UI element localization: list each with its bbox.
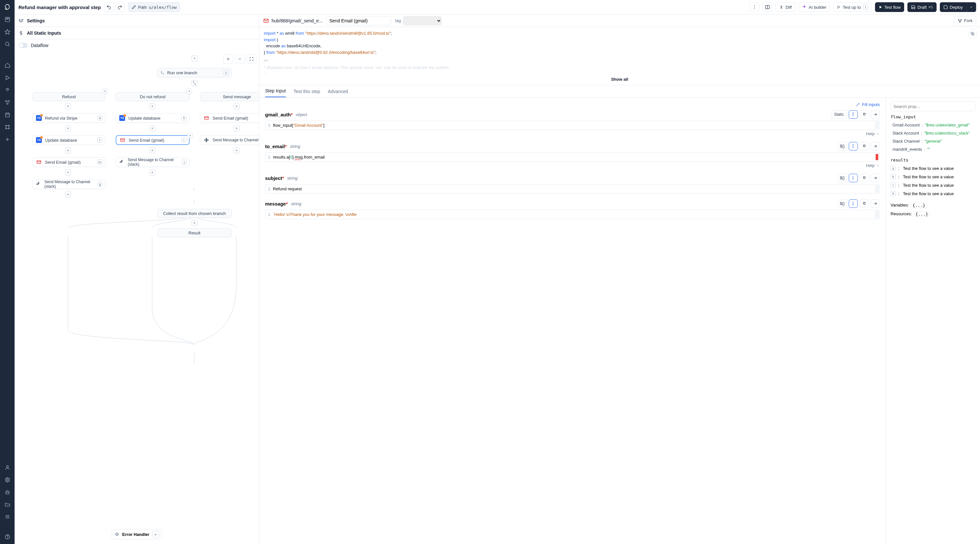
expr-chip[interactable]: [849, 110, 858, 119]
add-step[interactable]: +: [65, 191, 71, 198]
error-handler[interactable]: Error Handler +: [111, 529, 162, 539]
add-step[interactable]: +: [150, 104, 155, 109]
collect-node[interactable]: Collect result from chosen branch: [157, 209, 232, 218]
fork-button[interactable]: Fork: [954, 16, 976, 26]
code-chip[interactable]: ${}: [838, 142, 847, 150]
plug-chip[interactable]: [860, 110, 869, 119]
plug-chip[interactable]: [860, 174, 869, 182]
nav-list-icon[interactable]: [3, 512, 12, 521]
add-step[interactable]: +: [234, 104, 240, 109]
add-step[interactable]: +: [65, 147, 71, 153]
all-static-inputs-row[interactable]: All Static Inputs: [14, 27, 259, 39]
nav-graph-icon[interactable]: [3, 123, 12, 132]
field-editor[interactable]: 1flow_input["Gmail Account"]: [265, 121, 880, 130]
nav-user-icon[interactable]: [3, 463, 12, 472]
nav-home-icon[interactable]: [3, 15, 12, 24]
resources-expand[interactable]: {...}: [914, 211, 930, 217]
logo-icon[interactable]: [3, 3, 12, 12]
branch-refund-close[interactable]: ×: [102, 88, 108, 94]
add-step[interactable]: +: [65, 126, 71, 131]
deploy-button[interactable]: Deploy: [940, 2, 966, 12]
nav-schedule-icon[interactable]: [3, 110, 12, 119]
nav-search-icon[interactable]: [3, 40, 12, 49]
node-slack-3[interactable]: Send Message to Channel (slack)g: [32, 179, 105, 189]
node-send-email-3[interactable]: Send Email (gmail)m: [32, 157, 105, 167]
run-branch-node[interactable]: Run one branch c: [157, 68, 232, 78]
zoom-in-button[interactable]: [223, 54, 233, 64]
draft-button[interactable]: Draft⌘S: [907, 2, 936, 12]
nav-house-icon[interactable]: [3, 61, 12, 70]
deploy-dropdown[interactable]: [966, 2, 976, 12]
flow-canvas[interactable]: + Run one branch c Refund × Do not refun…: [14, 51, 259, 544]
tab-step-input[interactable]: Step Input: [265, 88, 286, 97]
node-send-email-2[interactable]: Send Email (gmail)i: [116, 135, 189, 145]
field-editor[interactable]: 1Refund request: [265, 184, 880, 193]
field-editor[interactable]: 1`Hello! \nThank you for your message. \…: [265, 210, 880, 219]
add-step[interactable]: +: [65, 104, 71, 109]
expr-chip[interactable]: [849, 199, 858, 208]
copy-code-button[interactable]: [968, 29, 977, 38]
settings-row[interactable]: Settings: [14, 14, 259, 27]
branch-no-refund-close[interactable]: ×: [186, 88, 192, 94]
nav-help-icon[interactable]: [3, 532, 12, 541]
props-search-input[interactable]: [891, 102, 975, 111]
nav-variables-icon[interactable]: [3, 86, 12, 95]
variables-expand[interactable]: {...}: [911, 203, 927, 208]
error-handler-add[interactable]: +: [152, 531, 159, 538]
nav-star-icon[interactable]: [3, 27, 12, 36]
tab-test-step[interactable]: Test this step: [294, 89, 320, 97]
node-slack-1[interactable]: Send Message to Channel (slack): [200, 135, 259, 145]
add-step[interactable]: +: [234, 147, 240, 153]
path-button[interactable]: Path u/alex/flow: [128, 2, 180, 12]
expr-chip[interactable]: [849, 174, 858, 182]
fullscreen-button[interactable]: [247, 54, 256, 64]
branch-icon[interactable]: [191, 80, 197, 86]
add-step[interactable]: +: [150, 126, 155, 131]
node-update-db-1[interactable]: TSUpdate databaseh: [116, 113, 189, 123]
test-up-to-button[interactable]: Test up toi: [833, 2, 872, 12]
add-step-plus[interactable]: +: [191, 56, 197, 61]
code-chip[interactable]: ${}: [838, 199, 847, 208]
layout-button[interactable]: [762, 2, 772, 12]
zoom-out-button[interactable]: [235, 54, 245, 64]
ai-builder-button[interactable]: AI builder: [799, 2, 830, 12]
test-flow-button[interactable]: Test flow: [875, 2, 905, 12]
result-node[interactable]: Result: [157, 228, 232, 237]
add-step[interactable]: +: [191, 220, 197, 226]
nav-resources-icon[interactable]: [3, 98, 12, 107]
static-chip[interactable]: Static: [831, 110, 847, 119]
link-chip[interactable]: [871, 199, 880, 208]
nav-robot-icon[interactable]: [3, 488, 12, 497]
node-slack-2[interactable]: Send Message to Channel (slack)j: [116, 157, 189, 167]
add-step[interactable]: +: [234, 126, 240, 131]
field-editor[interactable]: 1results.a[0].msg.from_email: [265, 152, 880, 162]
nav-folder-icon[interactable]: [3, 500, 12, 509]
nav-add-icon[interactable]: [3, 135, 12, 144]
fill-inputs-button[interactable]: Fill inputs: [856, 102, 880, 107]
help-toggle[interactable]: Help: [265, 131, 880, 136]
branch-send-msg[interactable]: Send message: [200, 92, 259, 101]
add-step[interactable]: +: [150, 147, 155, 153]
add-step[interactable]: +: [150, 169, 155, 175]
node-update-db-2[interactable]: TSUpdate databasef: [32, 135, 105, 145]
code-chip[interactable]: ${}: [838, 174, 847, 182]
node-send-email-1[interactable]: Send Email (gmail): [200, 113, 259, 123]
expr-chip[interactable]: [849, 142, 858, 150]
link-chip[interactable]: [871, 174, 880, 182]
more-button[interactable]: [749, 2, 759, 12]
tab-advanced[interactable]: Advanced: [328, 89, 348, 97]
undo-button[interactable]: [104, 2, 114, 12]
node-refund-stripe[interactable]: TSRefund via Striped: [32, 113, 105, 123]
tag-select[interactable]: [403, 16, 442, 25]
step-name-input[interactable]: [326, 16, 391, 25]
diff-button[interactable]: Diff: [775, 2, 795, 12]
help-toggle[interactable]: Help: [265, 163, 880, 168]
redo-button[interactable]: [115, 2, 125, 12]
plug-chip[interactable]: [860, 199, 869, 208]
nav-settings-icon[interactable]: [3, 475, 12, 484]
plug-chip[interactable]: [860, 142, 869, 150]
branch-refund[interactable]: Refund: [32, 92, 105, 101]
branch-no-refund[interactable]: Do not refund: [116, 92, 189, 101]
add-step[interactable]: +: [65, 169, 71, 175]
node-close[interactable]: ×: [187, 132, 193, 139]
